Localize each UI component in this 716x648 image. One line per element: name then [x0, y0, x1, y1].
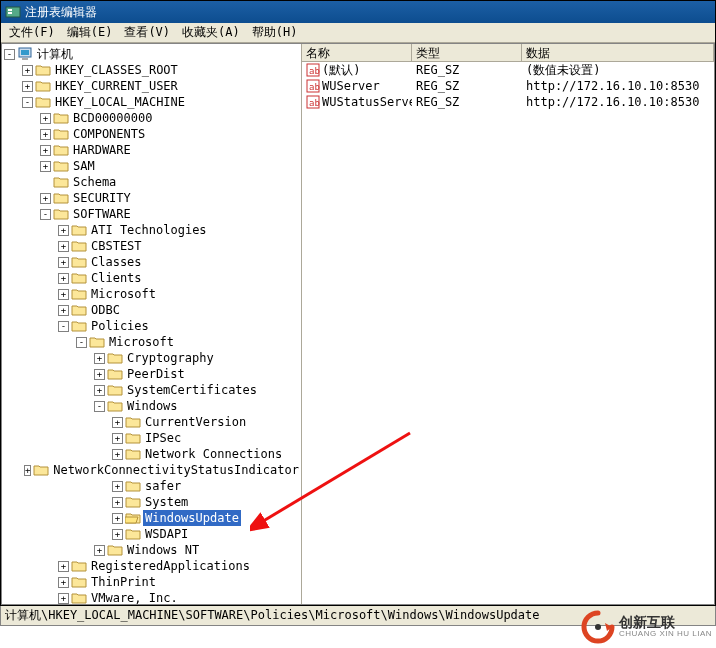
expand-toggle-icon[interactable]: +	[94, 385, 105, 396]
tree-item[interactable]: +WindowsUpdate	[4, 510, 301, 526]
tree-item[interactable]: +ThinPrint	[4, 574, 301, 590]
column-name[interactable]: 名称	[302, 44, 412, 61]
expand-toggle-icon[interactable]: +	[94, 545, 105, 556]
expand-toggle-icon[interactable]: +	[40, 129, 51, 140]
expand-toggle-icon[interactable]: +	[112, 433, 123, 444]
collapse-toggle-icon[interactable]: -	[58, 321, 69, 332]
tree-item-label[interactable]: Network Connections	[143, 446, 284, 462]
expand-toggle-icon[interactable]: +	[58, 289, 69, 300]
expand-toggle-icon[interactable]: +	[58, 305, 69, 316]
expand-toggle-icon[interactable]: +	[58, 593, 69, 604]
collapse-toggle-icon[interactable]: -	[4, 49, 15, 60]
tree-item-label[interactable]: 计算机	[35, 46, 75, 62]
tree-item-label[interactable]: SAM	[71, 158, 97, 174]
tree-item[interactable]: +safer	[4, 478, 301, 494]
tree-item[interactable]: -Policies	[4, 318, 301, 334]
expand-toggle-icon[interactable]: +	[112, 481, 123, 492]
expand-toggle-icon[interactable]: +	[40, 193, 51, 204]
tree-item[interactable]: +HKEY_CURRENT_USER	[4, 78, 301, 94]
tree-item[interactable]: +ODBC	[4, 302, 301, 318]
expand-toggle-icon[interactable]: +	[112, 497, 123, 508]
tree-item[interactable]: +Network Connections	[4, 446, 301, 462]
tree-item[interactable]: +Clients	[4, 270, 301, 286]
tree-item[interactable]: +ATI Technologies	[4, 222, 301, 238]
tree-item-label[interactable]: WSDAPI	[143, 526, 190, 542]
value-row[interactable]: abWUServerREG_SZhttp://172.16.10.10:8530	[302, 78, 714, 94]
tree-item[interactable]: +RegisteredApplications	[4, 558, 301, 574]
tree-item[interactable]: +SAM	[4, 158, 301, 174]
tree-item-label[interactable]: Policies	[89, 318, 151, 334]
tree-item[interactable]: +PeerDist	[4, 366, 301, 382]
tree-item[interactable]: +SECURITY	[4, 190, 301, 206]
tree-pane[interactable]: -计算机+HKEY_CLASSES_ROOT+HKEY_CURRENT_USER…	[2, 44, 302, 604]
tree-item[interactable]: +Classes	[4, 254, 301, 270]
expand-toggle-icon[interactable]: +	[94, 369, 105, 380]
value-row[interactable]: ab(默认)REG_SZ(数值未设置)	[302, 62, 714, 78]
expand-toggle-icon[interactable]: +	[40, 113, 51, 124]
expand-toggle-icon[interactable]: +	[94, 353, 105, 364]
expand-toggle-icon[interactable]: +	[112, 529, 123, 540]
expand-toggle-icon[interactable]: +	[58, 225, 69, 236]
tree-item-label[interactable]: BCD00000000	[71, 110, 154, 126]
tree-item-label[interactable]: IPSec	[143, 430, 183, 446]
expand-toggle-icon[interactable]: +	[24, 465, 31, 476]
collapse-toggle-icon[interactable]: -	[76, 337, 87, 348]
tree-item[interactable]: -HKEY_LOCAL_MACHINE	[4, 94, 301, 110]
tree-item-label[interactable]: Microsoft	[107, 334, 176, 350]
tree-item-label[interactable]: System	[143, 494, 190, 510]
tree-item-label[interactable]: CurrentVersion	[143, 414, 248, 430]
menu-help[interactable]: 帮助(H)	[246, 22, 304, 43]
tree-item[interactable]: -计算机	[4, 46, 301, 62]
tree-item-label[interactable]: VMware, Inc.	[89, 590, 180, 604]
tree-item[interactable]: +NetworkConnectivityStatusIndicator	[4, 462, 301, 478]
tree-item-label[interactable]: ODBC	[89, 302, 122, 318]
expand-toggle-icon[interactable]: +	[58, 273, 69, 284]
expand-toggle-icon[interactable]: +	[58, 257, 69, 268]
titlebar[interactable]: 注册表编辑器	[1, 1, 715, 23]
tree-item[interactable]: +Windows NT	[4, 542, 301, 558]
expand-toggle-icon[interactable]: +	[112, 417, 123, 428]
tree-item-label[interactable]: CBSTEST	[89, 238, 144, 254]
tree-item-label[interactable]: Windows	[125, 398, 180, 414]
tree-item[interactable]: +COMPONENTS	[4, 126, 301, 142]
tree-item-label[interactable]: HARDWARE	[71, 142, 133, 158]
tree-item-label[interactable]: Microsoft	[89, 286, 158, 302]
tree-item[interactable]: -SOFTWARE	[4, 206, 301, 222]
expand-toggle-icon[interactable]: +	[22, 65, 33, 76]
tree-item[interactable]: +SystemCertificates	[4, 382, 301, 398]
menu-favorites[interactable]: 收藏夹(A)	[176, 22, 246, 43]
tree-item-label[interactable]: ATI Technologies	[89, 222, 209, 238]
tree-item[interactable]: +CurrentVersion	[4, 414, 301, 430]
tree-item[interactable]: -Microsoft	[4, 334, 301, 350]
expand-toggle-icon[interactable]: +	[40, 145, 51, 156]
expand-toggle-icon[interactable]: +	[112, 513, 123, 524]
list-body[interactable]: ab(默认)REG_SZ(数值未设置)abWUServerREG_SZhttp:…	[302, 62, 714, 604]
tree-item-label[interactable]: Windows NT	[125, 542, 201, 558]
tree-item-label[interactable]: COMPONENTS	[71, 126, 147, 142]
value-row[interactable]: abWUStatusServerREG_SZhttp://172.16.10.1…	[302, 94, 714, 110]
tree-item[interactable]: +VMware, Inc.	[4, 590, 301, 604]
tree-item-label[interactable]: ThinPrint	[89, 574, 158, 590]
tree-item-label[interactable]: HKEY_CURRENT_USER	[53, 78, 180, 94]
collapse-toggle-icon[interactable]: -	[94, 401, 105, 412]
expand-toggle-icon[interactable]: +	[58, 241, 69, 252]
tree-item-label[interactable]: SECURITY	[71, 190, 133, 206]
expand-toggle-icon[interactable]: +	[58, 561, 69, 572]
tree-item-label[interactable]: HKEY_CLASSES_ROOT	[53, 62, 180, 78]
tree-item[interactable]: +HKEY_CLASSES_ROOT	[4, 62, 301, 78]
tree-item[interactable]: +IPSec	[4, 430, 301, 446]
menu-edit[interactable]: 编辑(E)	[61, 22, 119, 43]
collapse-toggle-icon[interactable]: -	[22, 97, 33, 108]
expand-toggle-icon[interactable]: +	[112, 449, 123, 460]
tree-item-label[interactable]: SOFTWARE	[71, 206, 133, 222]
menu-view[interactable]: 查看(V)	[118, 22, 176, 43]
tree-item-label[interactable]: safer	[143, 478, 183, 494]
tree-item-label[interactable]: Cryptography	[125, 350, 216, 366]
tree-item-label[interactable]: Clients	[89, 270, 144, 286]
tree-item[interactable]: +BCD00000000	[4, 110, 301, 126]
expand-toggle-icon[interactable]: +	[40, 161, 51, 172]
collapse-toggle-icon[interactable]: -	[40, 209, 51, 220]
expand-toggle-icon[interactable]: +	[22, 81, 33, 92]
menu-file[interactable]: 文件(F)	[3, 22, 61, 43]
column-data[interactable]: 数据	[522, 44, 714, 61]
